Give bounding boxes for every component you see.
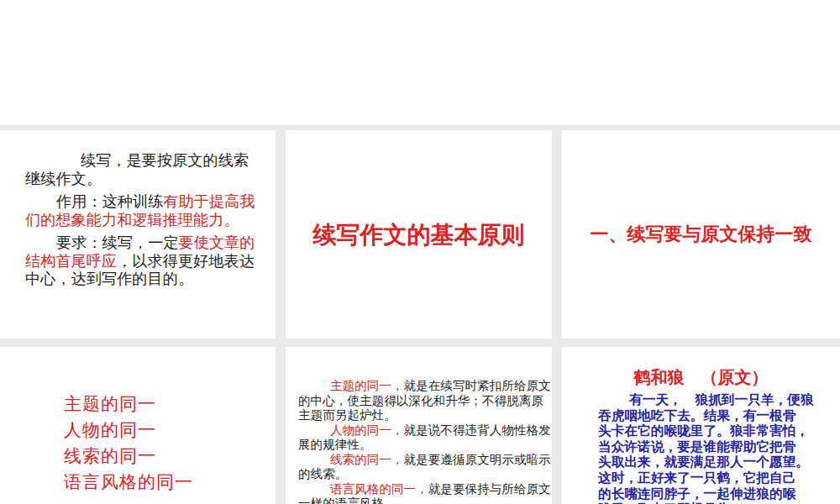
text-run: 有助于提高我 <box>163 193 255 210</box>
text-run: 作用：这种训练 <box>56 193 163 210</box>
text-run: 头取出来，就要满足那人一个愿望。 <box>598 454 809 469</box>
text-run: 的长嘴连同脖子，一起伸进狼的喉 <box>598 486 795 501</box>
text-line: 的中心，使主题得以深化和升华；不得脱离原 <box>298 394 551 409</box>
slide-1-body-text: 续写，是要按原文的线索继续作文。作用：这种训练有助于提高我们的想象能力和逻辑推理… <box>25 152 255 289</box>
text-run: 的线索。 <box>298 467 347 480</box>
text-line: 的长嘴连同脖子，一起伸进狼的喉 <box>598 486 814 502</box>
text-run: 主题的同一， <box>330 379 404 392</box>
text-line: 语言风格的同一 <box>64 469 193 495</box>
slide-thumbnail-6: 鹤和狼 （原文） 有一天， 狼抓到一只羊，便狼吞虎咽地吃下去。结果，有一根骨头卡… <box>562 347 840 504</box>
text-line: 结构首尾呼应，以求得更好地表达 <box>25 253 255 271</box>
text-run: 人物的同一 <box>64 420 156 439</box>
text-run: 有一天， 狼抓到一只羊，便狼 <box>629 392 814 407</box>
page-top-blank <box>0 0 840 125</box>
slide-thumbnail-2: 续写作文的基本原则 <box>286 130 552 339</box>
text-run: 就是在续写时紧扣所给原文 <box>404 379 551 392</box>
text-run: 继续作文。 <box>25 171 102 187</box>
text-run: 一样的语言风格。 <box>298 496 396 504</box>
slide-6-title: 鹤和狼 （原文） <box>562 366 840 389</box>
slide-3-title: 一、续写要与原文保持一致 <box>562 222 840 247</box>
text-line: 当众许诺说，要是谁能帮助它把骨 <box>598 439 814 455</box>
text-run: 就是要保持与所给原文 <box>428 482 551 496</box>
text-run: 人物的同一， <box>330 423 404 437</box>
page: { "colors": { "red": "#dd2121", "black":… <box>0 0 840 504</box>
text-line: 有一天， 狼抓到一只羊，便狼 <box>598 392 814 408</box>
text-run: 要使文章的 <box>179 234 255 251</box>
text-run: 结构首尾呼应 <box>25 253 117 270</box>
slide-thumbnail-4: 主题的同一人物的同一线索的同一语言风格的同一 <box>0 347 276 504</box>
text-run: 就是说不得违背人物性格发 <box>404 423 551 437</box>
slide-5-body-text: 主题的同一，就是在续写时紧扣所给原文的中心，使主题得以深化和升华；不得脱离原主题… <box>298 379 551 504</box>
text-run: 头卡在它的喉咙里了。狼非常害怕， <box>598 423 809 438</box>
text-run: 吞虎咽地吃下去。结果，有一根骨 <box>598 408 795 423</box>
text-run: 展的规律性。 <box>298 438 372 451</box>
text-run: 们的想象能力和逻辑推理能力。 <box>25 212 239 228</box>
text-line: 展的规律性。 <box>298 438 551 453</box>
text-line: 吞虎咽地吃下去。结果，有一根骨 <box>598 408 814 424</box>
text-line: 中心，达到写作的目的。 <box>25 270 255 289</box>
text-run: 语言风格的同一， <box>330 482 428 496</box>
text-run: 线索的同一 <box>64 446 156 465</box>
slide-6-story-text: 有一天， 狼抓到一只羊，便狼吞虎咽地吃下去。结果，有一根骨头卡在它的喉咙里了。狼… <box>598 392 814 504</box>
text-run: 要求：续写，一定 <box>56 234 179 251</box>
text-line: 的线索。 <box>298 467 551 482</box>
text-line: 线索的同一，就是要遵循原文明示或暗示 <box>298 453 551 468</box>
text-line: 一样的语言风格。 <box>298 496 551 504</box>
text-line: 这时，正好来了一只鹤，它把自己 <box>598 470 814 486</box>
text-run: 的中心，使主题得以深化和升华；不得脱离原 <box>298 394 543 407</box>
text-line: 作用：这种训练有助于提高我 <box>25 193 255 212</box>
text-run: 就是要遵循原文明示或暗示 <box>404 453 551 466</box>
text-line: 主题而另起炉灶。 <box>298 408 551 423</box>
text-run: 当众许诺说，要是谁能帮助它把骨 <box>598 439 795 454</box>
slide-grid: 续写，是要按原文的线索继续作文。作用：这种训练有助于提高我们的想象能力和逻辑推理… <box>0 125 840 504</box>
text-line: 续写，是要按原文的线索 <box>25 152 255 171</box>
text-run: 语言风格的同一 <box>64 472 193 491</box>
text-run: 中心，达到写作的目的。 <box>25 270 193 287</box>
slide-2-title: 续写作文的基本原则 <box>286 219 552 251</box>
slide-thumbnail-1: 续写，是要按原文的线索继续作文。作用：这种训练有助于提高我们的想象能力和逻辑推理… <box>0 130 276 339</box>
text-line: 人物的同一 <box>64 417 193 443</box>
text-run: 主题而另起炉灶。 <box>298 408 396 422</box>
text-line: 主题的同一 <box>64 391 193 417</box>
text-line: 语言风格的同一，就是要保持与所给原文 <box>298 482 551 497</box>
text-run: 主题的同一 <box>64 394 156 413</box>
text-line: 们的想象能力和逻辑推理能力。 <box>25 212 255 230</box>
text-line: 要求：续写，一定要使文章的 <box>25 234 255 253</box>
text-run: ，以求得更好地表达 <box>117 253 255 270</box>
slide-thumbnail-3: 一、续写要与原文保持一致 <box>562 130 840 339</box>
text-run: 线索的同一， <box>330 453 404 466</box>
text-line: 头卡在它的喉咙里了。狼非常害怕， <box>598 423 814 439</box>
text-line: 继续作文。 <box>25 171 255 189</box>
text-line: 线索的同一 <box>64 443 193 469</box>
text-line: 头取出来，就要满足那人一个愿望。 <box>598 454 814 470</box>
text-line: 人物的同一，就是说不得违背人物性格发 <box>298 423 551 438</box>
slide-4-list: 主题的同一人物的同一线索的同一语言风格的同一 <box>64 391 193 495</box>
text-run: 续写，是要按原文的线索 <box>81 152 249 169</box>
slide-thumbnail-5: 主题的同一，就是在续写时紧扣所给原文的中心，使主题得以深化和升华；不得脱离原主题… <box>286 347 552 504</box>
text-run: 这时，正好来了一只鹤，它把自己 <box>598 470 795 485</box>
text-line: 主题的同一，就是在续写时紧扣所给原文 <box>298 379 551 394</box>
